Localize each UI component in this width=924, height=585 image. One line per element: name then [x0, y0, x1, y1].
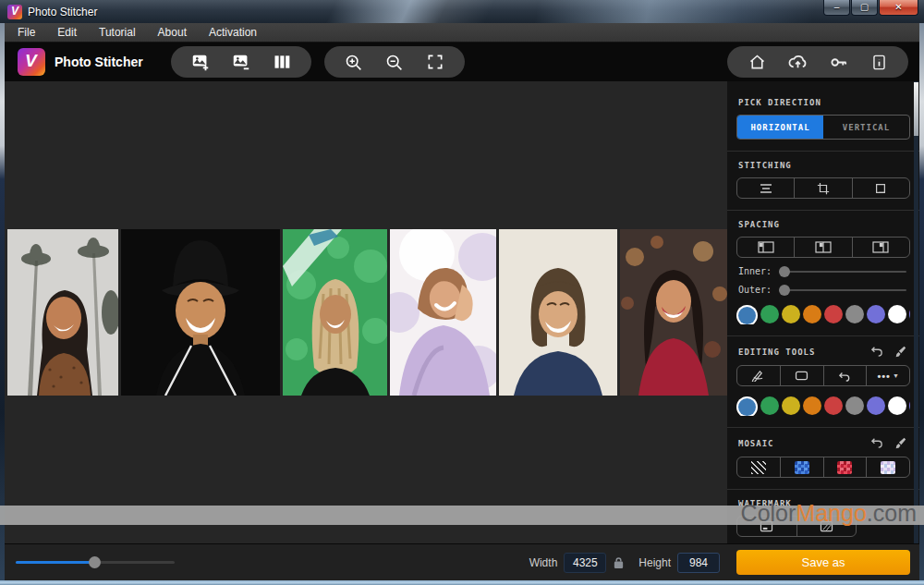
- menu-activation[interactable]: Activation: [209, 26, 257, 39]
- photo-4[interactable]: [390, 229, 496, 396]
- stitch-align-button[interactable]: [737, 178, 795, 198]
- swatch-rainbow[interactable]: [909, 396, 910, 415]
- editing-tools-header: EDITING TOOLS: [736, 346, 910, 358]
- photo-5[interactable]: [499, 229, 617, 396]
- scrollbar-thumb[interactable]: [914, 82, 918, 136]
- swatch-gray[interactable]: [845, 305, 864, 323]
- inner-slider-knob[interactable]: [779, 266, 790, 277]
- width-input[interactable]: [564, 553, 606, 573]
- swatch-blue[interactable]: [738, 307, 756, 324]
- stitch-crop-button[interactable]: [795, 178, 852, 198]
- rectangle-tool-button[interactable]: [781, 366, 824, 385]
- menu-edit[interactable]: Edit: [57, 26, 77, 39]
- divider: [727, 489, 919, 490]
- rectangle-icon: [795, 371, 808, 381]
- swatch-white[interactable]: [888, 396, 906, 415]
- editing-tools-title: EDITING TOOLS: [738, 347, 815, 357]
- inner-label: Inner:: [738, 266, 779, 276]
- add-image-button[interactable]: [180, 46, 221, 78]
- mosaic-red-button[interactable]: [824, 457, 868, 477]
- swatch-orange[interactable]: [803, 396, 821, 415]
- divider: [727, 335, 919, 336]
- height-input[interactable]: [677, 553, 720, 573]
- menu-tutorial[interactable]: Tutorial: [99, 26, 136, 39]
- fit-screen-button[interactable]: [415, 46, 456, 78]
- inner-spacing-slider[interactable]: [779, 271, 906, 273]
- lock-aspect-icon[interactable]: [613, 556, 625, 569]
- undo-icon[interactable]: [870, 346, 883, 357]
- vertical-button[interactable]: VERTICAL: [823, 116, 909, 139]
- zoom-in-button[interactable]: [334, 46, 374, 78]
- spacing-left-icon: [758, 241, 774, 253]
- clean-brush-icon[interactable]: [894, 437, 906, 449]
- spacing-none-button[interactable]: [737, 238, 795, 257]
- minimize-button[interactable]: –: [823, 0, 850, 16]
- save-as-button[interactable]: Save as: [736, 550, 910, 575]
- swatch-yellow[interactable]: [782, 305, 800, 323]
- outer-slider-knob[interactable]: [779, 285, 790, 296]
- info-button[interactable]: [858, 46, 899, 78]
- horizontal-button[interactable]: HORIZONTAL: [737, 116, 823, 139]
- add-image-icon: [190, 52, 211, 72]
- columns-icon: [273, 53, 291, 71]
- sidebar-scrollbar[interactable]: [914, 81, 918, 543]
- stitching-title: STITCHING: [738, 161, 910, 170]
- swatch-yellow[interactable]: [782, 396, 800, 415]
- swatch-white[interactable]: [888, 305, 906, 323]
- mosaic-blue-button[interactable]: [781, 457, 824, 477]
- home-button[interactable]: [736, 46, 777, 78]
- columns-view-button[interactable]: [261, 46, 302, 78]
- outer-spacing-slider[interactable]: [779, 289, 906, 291]
- divider: [727, 427, 919, 428]
- align-lines-icon: [759, 183, 773, 194]
- swatch-red[interactable]: [824, 305, 843, 323]
- more-dots: •••: [877, 371, 891, 382]
- direction-toggle: HORIZONTAL VERTICAL: [736, 115, 910, 140]
- canvas-zoom-slider[interactable]: [16, 561, 175, 564]
- mosaic-blur-button[interactable]: [867, 457, 909, 477]
- zoom-tools-group: [324, 46, 465, 78]
- clean-brush-icon[interactable]: [894, 346, 906, 358]
- colormango-watermark-text: ColorMango.com: [741, 500, 917, 527]
- photo-6[interactable]: [620, 229, 727, 396]
- remove-image-button[interactable]: [221, 46, 261, 78]
- blur-mosaic-icon: [881, 461, 895, 474]
- spacing-outer-button[interactable]: [853, 238, 909, 257]
- license-key-button[interactable]: [818, 46, 858, 78]
- menu-about[interactable]: About: [158, 26, 187, 39]
- swatch-violet[interactable]: [867, 305, 885, 323]
- swatch-gray[interactable]: [845, 396, 864, 415]
- menu-file[interactable]: File: [18, 26, 35, 39]
- more-tools-button[interactable]: •••▼: [867, 366, 909, 385]
- upload-button[interactable]: [777, 46, 818, 78]
- width-label: Width: [529, 556, 558, 569]
- photo-2[interactable]: [121, 229, 280, 396]
- zoom-slider-knob[interactable]: [89, 556, 101, 568]
- swatch-orange[interactable]: [803, 305, 821, 323]
- undo-icon[interactable]: [870, 437, 883, 448]
- stitch-trim-button[interactable]: [853, 178, 909, 198]
- mosaic-header: MOSAIC: [736, 437, 910, 449]
- outer-label: Outer:: [738, 285, 779, 295]
- mosaic-title: MOSAIC: [738, 439, 774, 448]
- photo-3[interactable]: [283, 229, 387, 396]
- maximize-button[interactable]: ▢: [851, 0, 878, 16]
- swatch-rainbow[interactable]: [909, 305, 910, 323]
- undo-edit-button[interactable]: [824, 366, 868, 385]
- swatch-blue[interactable]: [738, 398, 756, 416]
- stitch-canvas[interactable]: [5, 81, 727, 543]
- photo-1[interactable]: [7, 229, 118, 396]
- swatch-green[interactable]: [760, 305, 779, 323]
- zoom-out-icon: [384, 53, 404, 72]
- swatch-green[interactable]: [760, 396, 779, 415]
- height-label: Height: [638, 556, 671, 569]
- swatch-violet[interactable]: [867, 396, 885, 415]
- swatch-red[interactable]: [824, 396, 843, 415]
- spacing-inner-button[interactable]: [795, 238, 852, 257]
- mosaic-hatch-button[interactable]: [737, 457, 781, 477]
- close-button[interactable]: ✕: [879, 0, 918, 16]
- freehand-draw-button[interactable]: [737, 366, 781, 385]
- title-bar[interactable]: Photo Stitcher – ▢ ✕: [0, 0, 924, 23]
- mosaic-buttons: [736, 457, 910, 478]
- zoom-out-button[interactable]: [374, 46, 415, 78]
